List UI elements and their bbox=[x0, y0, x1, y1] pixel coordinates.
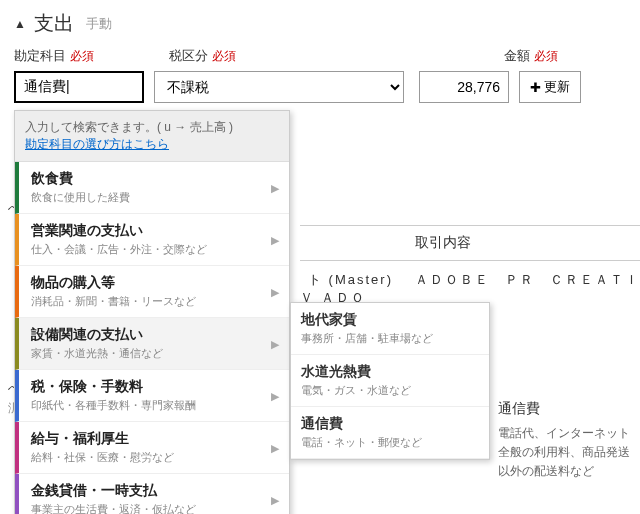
field-labels-row: 勘定科目必須 税区分必須 金額必須 品目・部 bbox=[0, 43, 640, 67]
update-button[interactable]: ✚ 更新 bbox=[519, 71, 581, 103]
section-title: 支出 bbox=[34, 10, 74, 37]
input-row: 不課税 ✚ 更新 bbox=[0, 67, 640, 107]
section-header: ▲ 支出 手動 bbox=[0, 0, 640, 43]
collapse-caret-icon[interactable]: ▲ bbox=[14, 17, 26, 31]
tax-select[interactable]: 不課税 bbox=[154, 71, 404, 103]
plus-icon: ✚ bbox=[530, 80, 541, 95]
account-input[interactable] bbox=[14, 71, 144, 103]
label-account: 勘定科目必須 bbox=[14, 47, 134, 65]
label-amount: 金額必須 bbox=[504, 47, 624, 65]
entry-mode: 手動 bbox=[86, 15, 112, 33]
label-tax: 税区分必須 bbox=[169, 47, 289, 65]
amount-input[interactable] bbox=[419, 71, 509, 103]
